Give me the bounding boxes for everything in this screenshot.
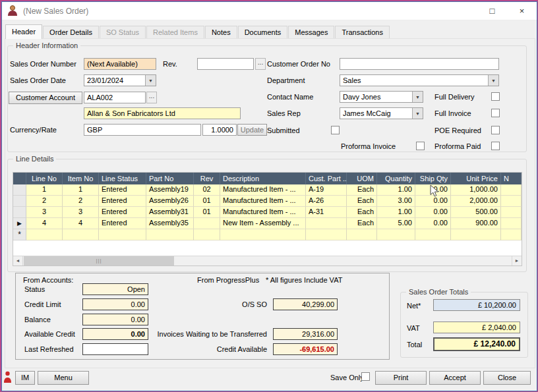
close-button[interactable]: Close	[483, 371, 531, 385]
grid-cell[interactable]	[63, 229, 99, 240]
grid-cell[interactable]: 4	[26, 218, 63, 229]
grid-cell[interactable]: Each	[347, 184, 377, 196]
grid-column-header[interactable]: Quantity	[377, 173, 415, 184]
scroll-left-icon[interactable]: ◄	[13, 256, 23, 266]
grid-row-selector[interactable]	[13, 207, 26, 218]
grid-cell[interactable]: A-31	[306, 207, 347, 218]
rate-field[interactable]: 1.0000	[202, 124, 237, 136]
tab-header[interactable]: Header	[5, 24, 42, 39]
chevron-down-icon[interactable]: ▼	[488, 75, 498, 86]
grid-column-header[interactable]: Ship Qty	[415, 173, 451, 184]
im-button[interactable]: IM	[15, 371, 35, 385]
chevron-down-icon[interactable]: ▼	[412, 108, 423, 119]
grid-cell[interactable]	[194, 218, 220, 229]
proforma-paid-checkbox[interactable]	[491, 142, 500, 150]
grid-row-selector[interactable]: ▶	[13, 218, 26, 229]
grid-cell[interactable]	[306, 218, 347, 229]
grid-cell[interactable]: 0.00	[415, 218, 451, 229]
customer-account-name-field[interactable]: Allan & Son Fabricators Ltd	[84, 107, 241, 119]
grid-row-selector[interactable]	[13, 196, 26, 207]
grid-cell[interactable]: Manufactured Item - ...	[220, 207, 306, 218]
grid-cell[interactable]: 2	[26, 196, 63, 207]
grid-cell[interactable]: 1.00	[377, 207, 415, 218]
tab-documents[interactable]: Documents	[238, 26, 288, 39]
tab-notes[interactable]: Notes	[205, 26, 237, 39]
rev-browse-button[interactable]: ...	[255, 58, 266, 70]
grid-cell[interactable]: Entered	[99, 207, 146, 218]
grid-row-selector[interactable]	[13, 184, 26, 196]
grid-cell[interactable]	[377, 229, 415, 240]
sales-order-date-combo[interactable]: 23/01/2024 ▼	[84, 74, 156, 86]
grid-cell[interactable]: 900.00	[451, 218, 501, 229]
scrollbar-thumb[interactable]: |||	[24, 256, 174, 266]
tab-transactions[interactable]: Transactions	[335, 26, 390, 39]
grid-cell[interactable]	[194, 229, 220, 240]
grid-cell[interactable]: 500.00	[451, 207, 501, 218]
grid-cell[interactable]: 01	[194, 207, 220, 218]
grid-column-header[interactable]: Cust. Part ...	[306, 173, 347, 184]
grid-cell[interactable]	[220, 229, 306, 240]
grid-cell[interactable]: 1	[63, 184, 99, 196]
poe-required-checkbox[interactable]	[491, 126, 500, 134]
grid-column-header[interactable]: Item No	[63, 173, 99, 184]
grid-cell[interactable]: Assembly31	[146, 207, 194, 218]
grid-column-header[interactable]: Line Status	[99, 173, 146, 184]
grid-cell[interactable]: Manufactured Item - ...	[220, 184, 306, 196]
grid-cell[interactable]: 1.00	[377, 184, 415, 196]
grid-cell[interactable]: 0.00	[415, 184, 451, 196]
maximize-icon[interactable]: □	[477, 2, 507, 20]
chevron-down-icon[interactable]: ▼	[412, 92, 423, 102]
tab-order-details[interactable]: Order Details	[43, 26, 99, 39]
grid-cell[interactable]	[501, 229, 522, 240]
menu-button[interactable]: Menu	[38, 371, 89, 385]
grid-column-header[interactable]: Rev	[194, 173, 220, 184]
grid-new-row-selector[interactable]: *	[13, 229, 26, 240]
grid-cell[interactable]: Entered	[99, 196, 146, 207]
grid-cell[interactable]: Entered	[99, 184, 146, 196]
accept-button[interactable]: Accept	[429, 371, 481, 385]
grid-cell[interactable]: 2	[63, 196, 99, 207]
sales-order-number-field[interactable]: (Next Available)	[84, 58, 156, 70]
grid-cell[interactable]	[451, 229, 501, 240]
grid-cell[interactable]: Each	[347, 218, 377, 229]
customer-account-browse-button[interactable]: ...	[146, 92, 157, 103]
grid-cell[interactable]: Each	[347, 196, 377, 207]
proforma-invoice-checkbox[interactable]	[416, 142, 425, 150]
tab-messages[interactable]: Messages	[288, 26, 334, 39]
full-delivery-checkbox[interactable]	[491, 92, 500, 101]
grid-cell[interactable]	[501, 207, 522, 218]
grid-cell[interactable]: 2,000.00	[451, 196, 501, 207]
grid-cell[interactable]: Assembly26	[146, 196, 194, 207]
grid-cell[interactable]: 3.00	[377, 196, 415, 207]
grid-cell[interactable]: Entered	[99, 218, 146, 229]
grid-cell[interactable]: 0.00	[415, 207, 451, 218]
grid-cell[interactable]	[501, 218, 522, 229]
update-button[interactable]: Update	[237, 124, 267, 136]
grid-cell[interactable]: 1,000.00	[451, 184, 501, 196]
grid-cell[interactable]: New Item - Assembly ...	[220, 218, 306, 229]
chevron-down-icon[interactable]: ▼	[145, 75, 156, 86]
grid-cell[interactable]: 02	[194, 184, 220, 196]
grid-cell[interactable]: 01	[194, 196, 220, 207]
horizontal-scrollbar[interactable]: ◄ ||| ►	[13, 256, 522, 266]
grid-cell[interactable]: A-19	[306, 184, 347, 196]
grid-cell[interactable]	[501, 196, 522, 207]
department-combo[interactable]: Sales ▼	[340, 74, 499, 86]
grid-cell[interactable]: Assembly35	[146, 218, 194, 229]
currency-field[interactable]: GBP	[84, 124, 201, 136]
save-only-checkbox[interactable]	[361, 372, 370, 381]
customer-account-code-field[interactable]: ALA002	[84, 92, 146, 103]
grid-cell[interactable]: 1	[26, 184, 63, 196]
title-bar[interactable]: (New Sales Order) □ ×	[2, 2, 537, 20]
grid-cell[interactable]: 3	[63, 207, 99, 218]
grid-column-header[interactable]: Description	[220, 173, 306, 184]
grid-cell[interactable]	[501, 184, 522, 196]
grid-cell[interactable]	[99, 229, 146, 240]
customer-account-button[interactable]: Customer Account	[9, 92, 82, 104]
grid-column-header[interactable]: UOM	[347, 173, 377, 184]
grid-column-header[interactable]: N	[501, 173, 522, 184]
close-icon[interactable]: ×	[507, 2, 537, 20]
full-invoice-checkbox[interactable]	[491, 109, 500, 117]
grid-cell[interactable]	[146, 229, 194, 240]
grid-cell[interactable]: 3	[26, 207, 63, 218]
